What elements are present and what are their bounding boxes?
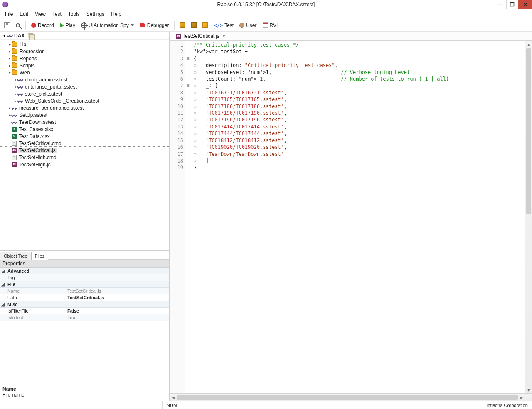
sstest-icon bbox=[12, 107, 17, 109]
tree-item[interactable]: ▸TearDown.sstest bbox=[0, 118, 169, 126]
sstest-icon bbox=[12, 121, 17, 123]
tree-item[interactable]: ▸climb_admin.sstest bbox=[0, 76, 169, 83]
record-button[interactable]: Record bbox=[30, 22, 56, 29]
rvl-button[interactable]: RVL bbox=[261, 22, 281, 29]
tree-item[interactable]: ▸Web_SalesOrder_Creation.sstest bbox=[0, 97, 169, 104]
status-bar: NUM Inflectra Corporation bbox=[0, 401, 532, 409]
tree-item[interactable]: ▸Reports bbox=[0, 55, 169, 62]
tree-item-label: Regression bbox=[19, 49, 46, 54]
tab-object-tree[interactable]: Object Tree bbox=[0, 252, 31, 260]
cube-icon bbox=[180, 22, 185, 28]
tree-item[interactable]: ▸JSTestSetHigh.js bbox=[0, 161, 169, 168]
scroll-thumb[interactable] bbox=[526, 48, 531, 214]
scroll-thumb[interactable] bbox=[177, 395, 518, 400]
tree-item-label: Web bbox=[19, 70, 30, 76]
scroll-up-icon[interactable]: ▴ bbox=[525, 41, 532, 48]
play-icon bbox=[60, 23, 64, 28]
code-editor[interactable]: 12345678910111213141516171819 ⊟ ⊟ /** Cr… bbox=[170, 41, 532, 394]
menu-test[interactable]: Test bbox=[50, 10, 64, 18]
test-button[interactable]: </>Test bbox=[212, 22, 235, 29]
tree-item[interactable]: ▸Scripts bbox=[0, 62, 169, 69]
menu-settings[interactable]: Settings bbox=[84, 10, 107, 18]
toolbar-separator bbox=[25, 21, 26, 30]
menu-bar: File Edit View Test Tools Settings Help bbox=[0, 9, 532, 19]
properties-panel: Properties ◢AdvancedTag◢FileNameTestSetC… bbox=[0, 259, 169, 401]
caret-right-icon[interactable]: ▸ bbox=[7, 56, 12, 61]
property-row[interactable]: IsInTestTrue bbox=[0, 314, 169, 321]
property-row[interactable]: Tag bbox=[0, 274, 169, 281]
properties-footer-desc: File name bbox=[2, 392, 167, 398]
caret-right-icon[interactable]: ▸ bbox=[7, 49, 12, 54]
copy-icon[interactable] bbox=[28, 33, 33, 38]
user-icon bbox=[239, 23, 244, 28]
tree-item[interactable]: ▸□TestSetHigh.cmd bbox=[0, 154, 169, 161]
search-icon bbox=[16, 23, 20, 27]
code-area[interactable]: /** Critical priority test cases */"kw">… bbox=[191, 41, 525, 393]
cube2-button[interactable] bbox=[190, 22, 198, 29]
tree-item[interactable]: ▸JSTestSetCritical.js bbox=[0, 147, 169, 154]
spy-button[interactable]: UIAutomation Spy bbox=[79, 22, 135, 29]
cube-icon bbox=[191, 22, 197, 28]
caret-down-icon[interactable]: ▾ bbox=[7, 70, 12, 75]
editor-tab-active[interactable]: JS TestSetCritical.js ✕ bbox=[172, 32, 230, 40]
cmd-icon: □ bbox=[12, 141, 17, 146]
tree-item[interactable]: ▾Web bbox=[0, 69, 169, 76]
caret-right-icon[interactable]: ▸ bbox=[7, 63, 12, 68]
tree-item[interactable]: ▸□TestSetCritical.cmd bbox=[0, 140, 169, 147]
scroll-down-icon[interactable]: ▾ bbox=[525, 386, 532, 393]
tree-item-label: Test Data.xlsx bbox=[18, 133, 51, 139]
fold-column[interactable]: ⊟ ⊟ bbox=[185, 41, 191, 393]
save-button[interactable] bbox=[2, 22, 12, 29]
caret-right-icon[interactable]: ▸ bbox=[7, 42, 12, 47]
property-group[interactable]: ◢Advanced bbox=[0, 268, 169, 274]
cube-icon bbox=[202, 22, 208, 28]
js-icon: JS bbox=[12, 148, 17, 153]
search-button[interactable] bbox=[14, 22, 22, 28]
tree-item[interactable]: ▸store_pick.sstest bbox=[0, 90, 169, 97]
caret-down-icon[interactable]: ▾ bbox=[3, 33, 5, 38]
horizontal-scrollbar[interactable]: ◂ ▸ bbox=[170, 394, 532, 401]
property-row[interactable]: NameTestSetCritical.js bbox=[0, 288, 169, 294]
project-root-label[interactable]: DAX bbox=[14, 33, 25, 39]
scroll-right-icon[interactable]: ▸ bbox=[518, 394, 525, 401]
tree-item-label: TearDown.sstest bbox=[18, 119, 57, 125]
sstest-icon bbox=[17, 79, 23, 81]
tree-item[interactable]: ▸Lib bbox=[0, 41, 169, 48]
vertical-scrollbar[interactable]: ▴ ▾ bbox=[525, 41, 532, 393]
properties-grid[interactable]: ◢AdvancedTag◢FileNameTestSetCritical.jsP… bbox=[0, 268, 169, 385]
excel-icon: X bbox=[12, 134, 17, 139]
tree-item[interactable]: ▸Regression bbox=[0, 48, 169, 55]
status-num: NUM bbox=[162, 401, 181, 409]
play-button[interactable]: Play bbox=[58, 22, 77, 29]
property-row[interactable]: PathTestSetCritical.js bbox=[0, 294, 169, 301]
menu-help[interactable]: Help bbox=[108, 10, 124, 18]
maximize-button[interactable]: ❐ bbox=[506, 0, 518, 9]
close-button[interactable]: ✕ bbox=[518, 0, 532, 9]
tree-item[interactable]: ▸XTest Cases.xlsx bbox=[0, 126, 169, 133]
tree-item[interactable]: ▸XTest Data.xlsx bbox=[0, 133, 169, 140]
scroll-left-icon[interactable]: ◂ bbox=[170, 394, 177, 401]
tree-item-label: Web_SalesOrder_Creation.sstest bbox=[24, 98, 100, 104]
tree-item-label: SetUp.sstest bbox=[18, 112, 48, 118]
property-group[interactable]: ◢Misc bbox=[0, 301, 169, 308]
crosshair-icon bbox=[81, 22, 87, 28]
tab-files[interactable]: Files bbox=[31, 252, 48, 260]
close-tab-icon[interactable]: ✕ bbox=[221, 34, 227, 39]
menu-view[interactable]: View bbox=[32, 10, 48, 18]
tree-item-label: Lib bbox=[19, 42, 27, 47]
tree-item[interactable]: ▸enterprise_portal.sstest bbox=[0, 83, 169, 90]
cube1-button[interactable] bbox=[178, 22, 187, 29]
minimize-button[interactable]: — bbox=[495, 0, 506, 9]
tree-item[interactable]: ▸measure_performance.sstest bbox=[0, 104, 169, 111]
menu-tools[interactable]: Tools bbox=[66, 10, 82, 18]
property-group[interactable]: ◢File bbox=[0, 281, 169, 288]
property-row[interactable]: IsFilterFileFalse bbox=[0, 308, 169, 314]
tree-item[interactable]: ▸SetUp.sstest bbox=[0, 111, 169, 118]
cube3-button[interactable] bbox=[201, 22, 209, 29]
menu-edit[interactable]: Edit bbox=[17, 10, 31, 18]
menu-file[interactable]: File bbox=[2, 10, 15, 18]
file-tree[interactable]: ▸Lib▸Regression▸Reports▸Scripts▾Web▸clim… bbox=[0, 40, 169, 250]
toolbar: Record Play UIAutomation Spy Debugger </… bbox=[0, 19, 532, 32]
debugger-button[interactable]: Debugger bbox=[138, 22, 171, 29]
user-button[interactable]: User bbox=[238, 22, 258, 29]
